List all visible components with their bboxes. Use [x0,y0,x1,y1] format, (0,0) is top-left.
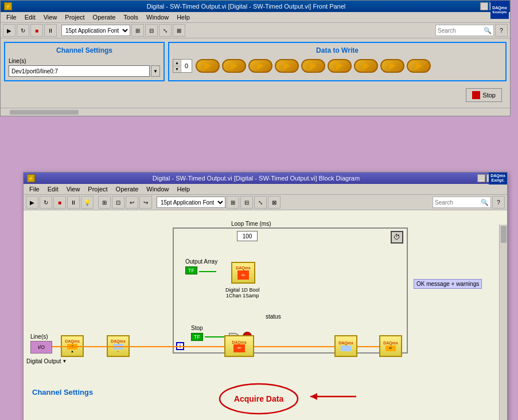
channel-settings-panel: Channel Settings Line(s) ▼ [4,42,165,81]
stop-button[interactable]: Stop [466,88,502,102]
menu-tools[interactable]: Tools [120,13,142,21]
wire-h-3 [254,346,300,347]
bd-align-button[interactable]: ⊞ [227,196,239,209]
daqmx-node-3: DAQmx [334,335,357,357]
wire-h-2 [196,346,224,347]
svg-marker-3 [310,393,317,400]
bd-run-button[interactable]: ▶ [26,196,38,209]
fp-panels: Channel Settings Line(s) ▼ Data to Write… [4,42,507,81]
fp-main-content: Channel Settings Line(s) ▼ Data to Write… [1,38,510,108]
menu-project[interactable]: Project [61,13,88,21]
wire-h-4 [300,346,334,347]
search-container: 🔍 [435,25,494,36]
bd-run-cont-button[interactable]: ↻ [40,196,52,209]
output-array-label: Output Array [185,258,217,265]
resize-button[interactable]: ⤡ [159,24,172,37]
run-continuously-button[interactable]: ↻ [17,24,29,37]
bd-channel-settings-label: Channel Settings [32,388,93,397]
menu-file[interactable]: File [3,13,20,21]
bd-search-icon[interactable]: 🔍 [481,199,489,206]
bd-extra2[interactable]: ⊡ [112,196,124,209]
bool-btn-6[interactable] [354,59,378,73]
distribute-button[interactable]: ⊟ [145,24,158,37]
bool-btn-1[interactable] [222,59,246,73]
bd-minimize-button[interactable]: _ [477,174,485,182]
bd-order-button[interactable]: ⊠ [268,196,281,209]
bd-font-selector[interactable]: 15pt Application Font [157,197,225,208]
minimize-button[interactable]: _ [480,2,488,10]
block-diagram-window: ⚡ Digital - SW-Timed Output.vi [Digital … [23,172,508,420]
loop-time-value: 100 [237,231,258,241]
digital-output-text: Digital Output [26,358,61,364]
bd-title: Digital - SW-Timed Output.vi [Digital - … [35,175,477,182]
acquire-data-container: Acquire Data [219,382,299,417]
bd-menu-operate[interactable]: Operate [112,185,142,193]
stop-tf-label: Stop [191,325,203,331]
bd-menu-window[interactable]: Window [143,185,172,193]
digital-output-dropdown-icon[interactable]: ▼ [63,359,67,364]
align-button[interactable]: ⊞ [131,24,144,37]
menu-edit[interactable]: Edit [21,13,39,21]
acquire-data-ellipse: Acquire Data [219,382,299,415]
abort-button[interactable]: ■ [30,24,43,37]
stop-row: Stop [4,86,507,104]
bd-search-container: 🔍 [433,197,491,208]
bool-btn-5[interactable] [328,59,352,73]
bd-abort-button[interactable]: ■ [53,196,66,209]
reorder-button[interactable]: ⊠ [173,24,185,37]
bd-help-button[interactable]: ? [492,196,505,209]
line-dropdown-button[interactable]: ▼ [151,65,160,77]
bd-menubar: File Edit View Project Operate Window He… [24,184,507,195]
decrement-button[interactable]: ▼ [173,66,181,73]
increment-button[interactable]: ▲ [173,60,181,66]
data-controls: ▲ ▼ 0 [173,59,502,73]
front-panel-menubar: File Edit View Project Operate Tools Win… [1,12,510,23]
bd-menu-file[interactable]: File [26,185,43,193]
bd-extra1[interactable]: ⊞ [98,196,111,209]
fp-hscroll-thumb[interactable] [10,110,79,115]
help-button[interactable]: ? [495,24,508,37]
fp-hscrollbar[interactable] [1,108,510,116]
bd-titlebar: ⚡ Digital - SW-Timed Output.vi [Digital … [24,172,507,184]
pause-button[interactable]: ⏸ [44,24,57,37]
bd-extra3[interactable]: ↩ [126,196,138,209]
line-input[interactable] [9,65,150,77]
daqmx-write-icon: ✏ [237,270,249,280]
font-selector[interactable]: 15pt Application Font [61,25,130,36]
front-panel-title: Digital - SW-Timed Output.vi [Digital - … [12,3,480,10]
menu-view[interactable]: View [40,13,61,21]
arrow-svg [305,388,362,405]
menu-window[interactable]: Window [143,13,172,21]
menu-help[interactable]: Help [173,13,193,21]
run-button[interactable]: ▶ [3,24,15,37]
bd-bulb-button[interactable]: 💡 [81,196,94,209]
bool-btn-2[interactable] [248,59,272,73]
line-s-label: Line(s) [30,333,48,340]
bool-btn-7[interactable] [380,59,404,73]
daqmx-node-4: DAQmx ✏ [379,335,402,357]
menu-operate[interactable]: Operate [89,13,119,21]
search-icon[interactable]: 🔍 [484,27,492,34]
bool-btn-0[interactable] [196,59,220,73]
bd-canvas[interactable]: Loop Time (ms) 100 ⏱ Output Array TF DAQ… [24,210,507,420]
bd-vscrollbar[interactable] [499,225,507,420]
bd-distribute-button[interactable]: ⊟ [240,196,253,209]
bd-menu-view[interactable]: View [63,185,84,193]
bool-btn-8[interactable] [407,59,431,73]
bd-search-input[interactable] [435,199,481,206]
digital-output-label: Digital Output ▼ [26,358,67,364]
bd-vscroll-thumb[interactable] [501,226,507,243]
bd-loop-box: Loop Time (ms) 100 ⏱ Output Array TF DAQ… [173,227,408,354]
channel-settings-title: Channel Settings [9,46,160,54]
bd-menu-project[interactable]: Project [84,185,111,193]
bd-pause-button[interactable]: ⏸ [67,196,80,209]
bd-app-icon: ⚡ [27,174,35,182]
bool-btn-3[interactable] [275,59,299,73]
search-input[interactable] [438,28,484,34]
bd-extra4[interactable]: ↪ [139,196,152,209]
bd-menu-edit[interactable]: Edit [44,185,62,193]
bd-menu-help[interactable]: Help [173,185,193,193]
bd-resize-button[interactable]: ⤡ [254,196,267,209]
bool-btn-4[interactable] [301,59,325,73]
numeric-value: 0 [181,60,192,72]
